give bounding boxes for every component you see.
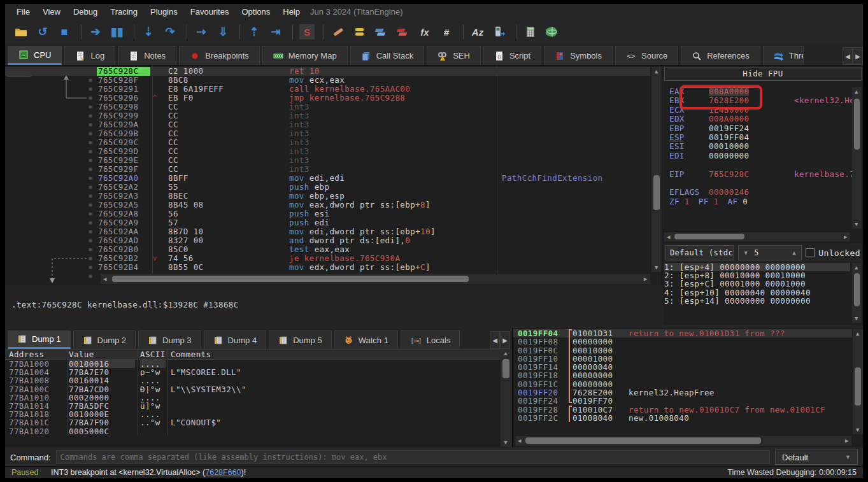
register-row[interactable]: EDI00000000 [669,152,849,160]
stack-row[interactable]: 0019FF1000001000 [513,355,852,363]
disasm-row[interactable]: 765C929CCCint3 [5,138,650,147]
argument-row[interactable]: 5: [esp+14] 00000000 00000000 [664,297,850,305]
disasm-row[interactable]: 765C92A856push esi [5,209,650,218]
tab-source[interactable]: <>Source [615,46,678,65]
function-icon[interactable]: fx [415,23,434,41]
bookmark-icon[interactable] [394,23,413,41]
disasm-row[interactable]: 765C92AA8B7D 10mov edi,dword ptr ss:[ebp… [5,227,650,236]
tab-dump-1[interactable]: Dump 1 [8,330,71,349]
patch-icon[interactable] [329,23,348,41]
disasm-row[interactable]: 765C92AD8327 00and dword ptr ds:[edi],0 [5,236,650,245]
tab-cpu[interactable]: 32CPU [8,46,62,65]
disasm-row[interactable]: 765C9296^EB F0jmp kernelbase.765C9288 [5,94,650,103]
disasm-row[interactable]: 765C92A957push edi [5,218,650,227]
dump-table[interactable]: AddressValueASCIIComments77BA10000018001… [5,349,501,447]
hide-fpu-button[interactable]: Hide FPU [664,67,862,81]
argument-row[interactable]: 3: [esp+C] 00001000 00001000 [664,280,850,288]
disasm-row[interactable]: 765C92B48B55 0Cmov edx,dword ptr ss:[ebp… [5,263,650,272]
disasm-row[interactable]: 765C92A08BFFmov edi,ediPathCchFindExtens… [5,174,650,183]
restart-icon[interactable]: ↺ [33,23,52,41]
dump-row[interactable]: 77BA101000020000.... [5,393,501,402]
disasm-row[interactable]: 765C928CC2 1000ret 10 [5,67,650,76]
stack-row[interactable]: 0019FF0401001D31return to new.01001D31 f… [513,329,852,337]
disasm-row[interactable]: 765C9298CCint3 [5,103,650,111]
globe-icon[interactable] [543,23,562,41]
stack-row[interactable]: 0019FF28010010C7return to new.010010C7 f… [513,406,852,414]
command-profile-select[interactable]: Default▼ [775,450,858,465]
tab-watch-1[interactable]: Watch 1 [334,330,398,349]
tab-notes[interactable]: Notes [118,46,176,65]
tab-seh[interactable]: !SEH [427,46,481,65]
step-out-icon[interactable]: ⇡ [245,23,264,41]
tab-dump-5[interactable]: Dump 5 [269,330,332,349]
stack-pane[interactable]: 0019FF0401001D31return to new.01001D31 f… [512,328,863,447]
tab-dump-2[interactable]: Dump 2 [73,330,136,349]
pause-icon[interactable]: ▮▮ [108,23,127,41]
disasm-row[interactable]: 765C92B085C0test eax,eax [5,245,650,254]
tab-scroll-right-button[interactable]: ▶ [853,47,863,65]
argument-row[interactable]: 4: [esp+10] 00000040 00000040 [664,288,850,297]
registers-horizontal-scrollbar[interactable]: ◀ ▶ [664,232,850,241]
register-row[interactable]: ESP0019FF04 [669,133,849,142]
tab-dump-3[interactable]: Dump 3 [138,330,201,349]
disasm-vertical-scrollbar[interactable]: ▲ ▼ [651,67,662,272]
step-into-icon[interactable]: ⇣ [139,23,158,41]
case-icon[interactable]: Az [468,23,487,41]
menu-favourites[interactable]: Favourites [184,5,236,18]
hash-icon[interactable]: # [437,23,456,41]
tab-locals[interactable]: [x=]Locals [401,330,460,349]
tab-dump-4[interactable]: Dump 4 [204,330,267,349]
argument-count-spinner[interactable]: ▼5▲ [738,245,802,260]
tab-threads[interactable]: Threads [763,46,804,65]
stack-row[interactable]: 0019FF1C00000000 [513,380,852,388]
dump-row[interactable]: 77BA100800160014.... [5,376,501,385]
stack-row[interactable]: 0019FF2C01008040new.01008040 [513,414,852,422]
stack-row[interactable]: 0019FF0C00010000 [513,346,852,355]
open-file-icon[interactable] [11,23,31,41]
stack-row[interactable]: 0019FF240019FF70 [513,397,852,405]
disasm-row[interactable]: 765C92A255push ebp [5,183,650,192]
menu-debug[interactable]: Debug [67,5,104,18]
menu-tracing[interactable]: Tracing [104,5,144,18]
stack-row[interactable]: 0019FF0800000000 [513,337,852,346]
register-row[interactable]: ESI00010000 [669,142,849,151]
dump-tab-scroll-left-button[interactable]: ◀ [490,331,500,349]
calculator-icon[interactable] [521,23,540,41]
disasm-row[interactable]: 765C9291E8 6A19FEFFcall kernelbase.765AA… [5,85,650,94]
disasm-row[interactable]: 765C928F8BC8mov ecx,eax [5,76,650,85]
disasm-row[interactable]: 765C929BCCint3 [5,129,650,138]
breakpoint-address-link[interactable]: 7628F660 [205,468,241,477]
run-icon[interactable]: ➔ [86,23,105,41]
tab-references[interactable]: References [681,46,760,65]
dump-row[interactable]: 77BA10200005000C [5,427,501,436]
register-row[interactable]: EBP0019FF24 [669,124,849,133]
disasm-horizontal-scrollbar[interactable]: ◀ ▶ [101,274,650,284]
disasm-row[interactable]: 765C929FCCint3 [5,165,650,174]
tab-script[interactable]: {}Script [483,46,541,65]
tab-log[interactable]: Log [64,46,115,65]
arguments-list[interactable]: 1: [esp+4] 00000000 000000002: [esp+8] 0… [664,263,850,323]
dump-vertical-scrollbar[interactable]: ▲ ▼ [501,349,511,447]
command-input[interactable] [56,450,770,464]
label-icon[interactable] [372,23,391,41]
disasm-row[interactable]: 765C929ACCint3 [5,120,650,129]
trace-into-icon[interactable]: ⇢ [192,23,211,41]
tab-scroll-left-button[interactable]: ◀ [843,47,853,65]
registers-pane[interactable]: Hide FPU EAX008A0000EBX7628E200<kernel32… [663,66,863,325]
dump-row[interactable]: 77BA101C77BA7F90..°wL"CONOUT$" [5,418,501,427]
stop-icon[interactable]: ■ [55,23,74,41]
seh-chain-icon[interactable]: S [297,23,317,41]
comment-icon[interactable] [350,23,369,41]
flags-row[interactable]: ZF 1PF 1AF 0 [669,197,849,206]
disasm-row[interactable]: 765C929ECCint3 [5,156,650,165]
stack-vertical-scrollbar[interactable]: ▲ ▼ [853,329,863,434]
disassembly-pane[interactable]: EIP 765C928CC2 1000ret 10765C928F8BC8mov… [5,66,662,285]
unlocked-checkbox[interactable]: Unlocked [806,248,860,258]
stack-row[interactable]: 0019FF1400000040 [513,363,852,371]
register-row[interactable]: EFLAGS00000246 [669,188,849,197]
stack-row[interactable]: 0019FF1800000000 [513,371,852,379]
disasm-row[interactable]: 765C9299CCint3 [5,111,650,120]
dump-tab-scroll-right-button[interactable]: ▶ [500,331,510,349]
menu-options[interactable]: Options [235,5,276,18]
trace-over-icon[interactable]: ⇓ [213,23,232,41]
